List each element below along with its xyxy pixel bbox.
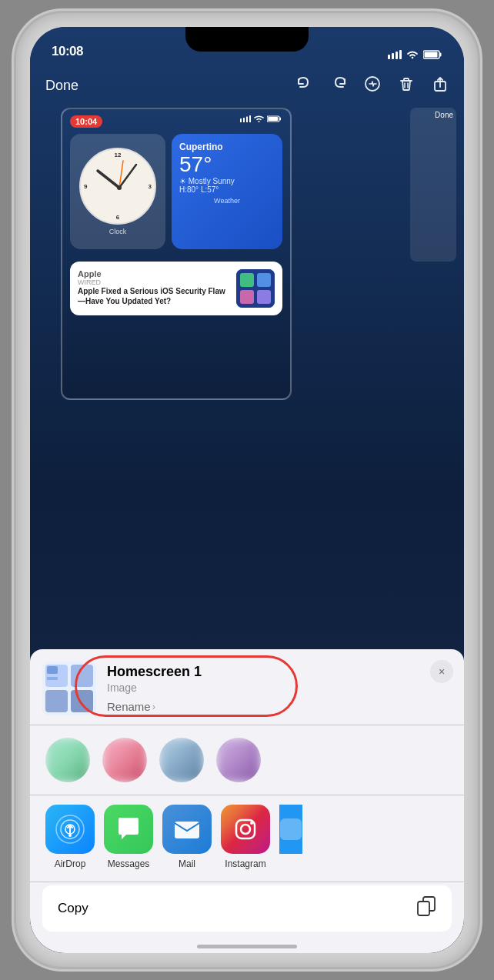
weather-city: Cupertino <box>179 142 275 152</box>
screenshot-preview: 10:04 12 3 6 9 <box>61 108 292 400</box>
toolbar-icons <box>296 75 449 96</box>
svg-rect-14 <box>280 118 282 121</box>
news-publication: WIRED <box>78 278 230 286</box>
rename-button[interactable]: Rename › <box>107 700 452 713</box>
trash-icon[interactable] <box>398 75 415 96</box>
svg-point-39 <box>250 822 253 825</box>
messages-app-item[interactable]: Messages <box>104 805 153 869</box>
news-widget: Apple WIRED Apple Fixed a Serious iOS Se… <box>70 262 282 315</box>
weather-widget: Cupertino 57° ☀ Mostly Sunny H:80° L:57°… <box>172 134 282 249</box>
svg-rect-2 <box>396 52 398 59</box>
svg-point-35 <box>68 834 72 837</box>
svg-rect-23 <box>240 290 254 304</box>
news-text: Apple WIRED Apple Fixed a Serious iOS Se… <box>78 269 230 308</box>
rename-chevron-icon: › <box>152 701 155 712</box>
apps-row: AirDrop Messages <box>30 795 464 882</box>
clock-widget: 12 3 6 9 <box>70 134 165 249</box>
preview-status <box>240 115 282 122</box>
contacts-row <box>30 725 464 795</box>
status-time: 10:08 <box>52 44 83 59</box>
mail-label: Mail <box>179 858 195 869</box>
svg-rect-10 <box>243 118 245 122</box>
redo-icon[interactable] <box>330 75 347 96</box>
weather-temp: 57° <box>179 152 275 177</box>
svg-rect-22 <box>257 273 271 287</box>
svg-rect-24 <box>257 290 271 304</box>
done-button[interactable]: Done <box>45 78 78 94</box>
share-icon[interactable] <box>432 75 449 96</box>
share-subtitle: Image <box>107 682 452 694</box>
svg-rect-21 <box>240 273 254 287</box>
preview-timestamp: 10:04 <box>70 115 102 128</box>
undo-icon[interactable] <box>296 75 313 96</box>
svg-rect-27 <box>71 665 93 687</box>
weather-hilow: H:80° L:57° <box>179 185 275 194</box>
copy-icon <box>416 896 436 921</box>
copy-label: Copy <box>58 901 88 916</box>
notch <box>185 27 309 52</box>
svg-point-38 <box>241 825 250 834</box>
svg-rect-3 <box>399 50 402 59</box>
home-indicator <box>197 945 297 948</box>
share-thumbnail <box>42 662 96 715</box>
weather-desc: ☀ Mostly Sunny <box>179 177 275 185</box>
second-phone-done-label: Done <box>410 108 456 122</box>
phone-frame: 10:08 <box>16 13 478 967</box>
share-info: Homescreen 1 Image Rename › <box>107 664 452 713</box>
contact-item-4[interactable] <box>216 738 261 782</box>
share-sheet: Homescreen 1 Image Rename › × <box>30 649 464 953</box>
status-icons <box>388 50 442 59</box>
airdrop-label: AirDrop <box>55 858 86 869</box>
svg-rect-40 <box>280 818 302 840</box>
contact-avatar-1 <box>45 738 90 782</box>
pencil-icon[interactable] <box>364 75 381 96</box>
svg-rect-12 <box>249 115 251 122</box>
clock-face: 12 3 6 9 <box>79 148 156 225</box>
svg-rect-30 <box>47 666 58 674</box>
phone-screen: 10:08 <box>30 27 464 953</box>
contact-avatar-image-1 <box>45 738 90 782</box>
svg-rect-0 <box>388 55 390 59</box>
news-thumbnail <box>236 269 275 308</box>
contact-avatar-image-2 <box>102 738 147 782</box>
contact-item-3[interactable] <box>159 738 204 782</box>
contact-avatar-image-4 <box>216 738 261 782</box>
instagram-icon <box>221 805 270 854</box>
contact-avatar-4 <box>216 738 261 782</box>
instagram-app-item[interactable]: Instagram <box>221 805 270 869</box>
close-button[interactable]: × <box>430 660 453 683</box>
contact-avatar-3 <box>159 738 204 782</box>
svg-rect-1 <box>392 53 394 59</box>
messages-icon <box>104 805 153 854</box>
mail-app-item[interactable]: Mail <box>162 805 212 869</box>
messages-label: Messages <box>108 858 150 869</box>
airdrop-icon <box>45 805 95 854</box>
copy-row[interactable]: Copy <box>42 885 452 932</box>
svg-rect-15 <box>268 117 278 121</box>
mail-icon <box>162 805 212 854</box>
svg-rect-31 <box>47 677 58 680</box>
svg-rect-42 <box>418 902 429 915</box>
share-title: Homescreen 1 <box>107 664 452 680</box>
airdrop-app-item[interactable]: AirDrop <box>45 805 95 869</box>
separator-3 <box>30 882 464 882</box>
news-source: Apple <box>78 269 230 278</box>
svg-rect-11 <box>246 117 248 123</box>
wifi-icon <box>406 50 419 59</box>
preview-widgets: 12 3 6 9 <box>70 134 282 249</box>
svg-rect-9 <box>240 118 242 122</box>
contact-item-1[interactable] <box>45 738 90 782</box>
news-headline: Apple Fixed a Serious iOS Security Flaw—… <box>78 286 230 306</box>
more-app-item[interactable] <box>279 805 302 869</box>
contact-avatar-image-3 <box>159 738 204 782</box>
second-phone-hint: Done <box>410 108 456 262</box>
clock-widget-label: Clock <box>109 228 127 235</box>
svg-rect-6 <box>425 52 438 58</box>
svg-rect-5 <box>440 53 442 57</box>
share-header: Homescreen 1 Image Rename › × <box>30 649 464 725</box>
svg-rect-29 <box>71 690 93 712</box>
instagram-label: Instagram <box>225 858 265 869</box>
contact-item-2[interactable] <box>102 738 147 782</box>
contact-avatar-2 <box>102 738 147 782</box>
battery-icon <box>423 50 442 59</box>
